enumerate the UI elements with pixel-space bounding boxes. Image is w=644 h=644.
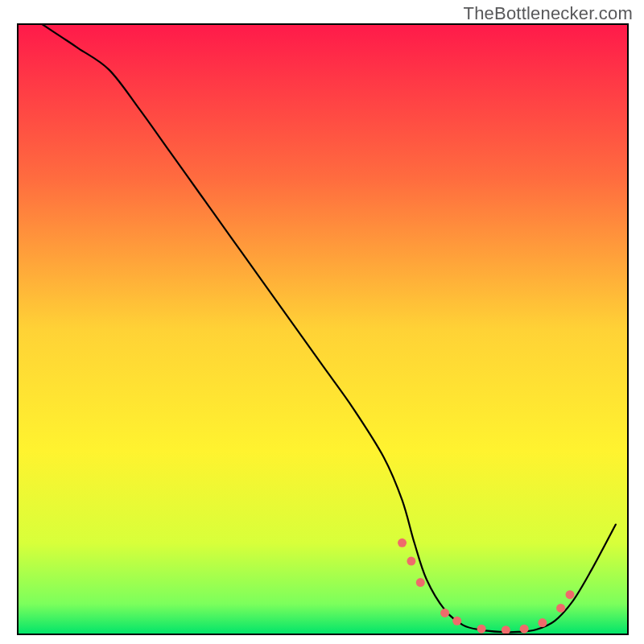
highlight-dot <box>565 590 574 599</box>
gradient-background <box>18 24 628 634</box>
highlight-dot <box>440 609 449 617</box>
watermark-text: TheBottlenecker.com <box>464 3 633 24</box>
highlight-dot <box>538 618 547 627</box>
highlight-dot <box>407 557 415 566</box>
highlight-dot <box>477 625 486 634</box>
highlight-dot <box>502 625 510 634</box>
highlight-dot <box>398 539 407 547</box>
highlight-dot <box>416 578 425 587</box>
bottleneck-chart <box>0 0 644 644</box>
highlight-dot <box>556 604 565 613</box>
highlight-dot <box>452 617 461 625</box>
highlight-dot <box>520 625 529 634</box>
